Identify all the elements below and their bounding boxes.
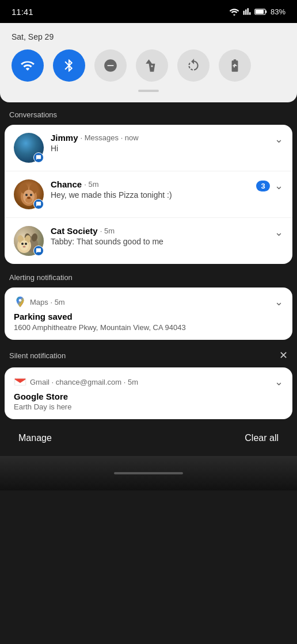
status-time: 11:41 [12,7,33,17]
dnd-toggle[interactable] [94,49,127,82]
svg-point-20 [23,246,26,248]
chance-unread-badge: 3 [256,181,270,191]
manage-button[interactable]: Manage [16,428,54,448]
home-indicator-area [0,456,297,490]
alerting-section-header: Alerting notification [0,265,297,288]
silent-card: Gmail · chance@gmail.com · 5m ⌄ Google S… [5,367,292,419]
jimmy-actions: ⌄ [275,133,283,145]
jimmy-content: Jimmy · Messages · now Hi [51,133,270,153]
conversations-label: Conversations [9,110,57,119]
dnd-icon [103,58,118,73]
battery-saver-toggle[interactable] [219,49,251,82]
gmail-notification-title: Google Store [14,392,283,401]
battery-saver-icon [227,58,242,73]
chance-expand-chevron[interactable]: ⌄ [275,179,283,192]
maps-icon [14,296,26,308]
jimmy-meta: · Messages · now [81,133,139,142]
gmail-notification-body: Earth Day is here [14,402,283,411]
messages-badge-icon-2 [36,201,41,207]
cat-society-meta: · 5m [100,227,115,235]
status-bar: 11:41 83% [0,0,297,23]
alerting-card: Maps · 5m ⌄ Parking saved 1600 Amphithea… [5,288,292,340]
battery-percent: 83% [271,7,285,16]
messages-badge-icon [36,155,41,160]
svg-rect-1 [265,10,266,13]
svg-point-18 [21,243,24,245]
cat-society-expand-chevron[interactable]: ⌄ [275,226,283,239]
silent-close-button[interactable]: ✕ [279,349,288,362]
wifi-toggle[interactable] [12,49,44,82]
svg-point-9 [30,194,32,196]
svg-point-21 [19,299,22,302]
maps-notification-body: 1600 Amphitheatre Pkwy, Mountain View, C… [14,323,283,332]
bluetooth-icon [62,58,77,73]
qs-toggles [12,49,285,82]
cat-society-actions: ⌄ [275,226,283,239]
conversation-jimmy[interactable]: Jimmy · Messages · now Hi ⌄ [5,125,292,171]
jimmy-message: Hi [51,144,270,153]
svg-point-10 [27,197,31,199]
chance-name: Chance [51,179,82,189]
cat-society-content: Cat Society · 5m Tabby: That sounds good… [51,226,270,246]
chance-actions: 3 ⌄ [256,179,283,192]
clear-all-button[interactable]: Clear all [242,428,281,448]
maps-app-row: Maps · 5m [14,296,65,308]
gmail-icon [14,375,26,388]
signal-status-icon [243,7,251,16]
gmail-app-row: Gmail · chance@gmail.com · 5m [14,375,138,388]
silent-label: Silent notification [9,351,66,360]
bottom-bar: Manage Clear all [0,420,297,456]
maps-notification[interactable]: Maps · 5m ⌄ Parking saved 1600 Amphithea… [5,288,292,340]
cat-society-message: Tabby: That sounds good to me [51,237,270,246]
jimmy-header-row: Jimmy · Messages · now [51,133,270,143]
messages-badge-icon-3 [36,248,41,254]
wifi-status-icon [229,7,239,16]
quick-settings-panel: Sat, Sep 29 [0,23,297,102]
flashlight-toggle[interactable] [136,49,168,82]
qs-date: Sat, Sep 29 [12,32,285,41]
qs-drag-handle[interactable] [138,90,159,92]
chance-message: Hey, we made this Pizza tonight :) [51,190,252,200]
flashlight-icon [144,58,159,73]
jimmy-avatar-wrap [14,133,44,163]
conversations-card: Jimmy · Messages · now Hi ⌄ [5,125,292,264]
gmail-notification[interactable]: Gmail · chance@gmail.com · 5m ⌄ Google S… [5,367,292,419]
svg-point-8 [25,194,28,196]
maps-notification-header: Maps · 5m ⌄ [14,296,283,308]
svg-point-17 [20,240,29,251]
conversations-section-header: Conversations [0,102,297,125]
jimmy-app-badge [33,152,44,163]
wifi-icon [20,58,35,73]
conversation-cat-society[interactable]: Cat Society · 5m Tabby: That sounds good… [5,218,292,264]
gmail-expand-chevron[interactable]: ⌄ [275,375,283,388]
rotate-toggle[interactable] [177,49,210,82]
cat-society-name: Cat Society [51,226,98,236]
jimmy-expand-chevron[interactable]: ⌄ [275,133,283,145]
svg-rect-2 [256,9,264,13]
maps-expand-chevron[interactable]: ⌄ [275,296,283,308]
maps-app-name: Maps · 5m [30,298,65,306]
chance-app-badge [33,199,44,209]
chance-header-row: Chance · 5m [51,179,252,189]
alerting-label: Alerting notification [9,273,73,282]
conversation-chance[interactable]: Chance · 5m Hey, we made this Pizza toni… [5,171,292,218]
cat-society-header-row: Cat Society · 5m [51,226,270,236]
gmail-app-meta: Gmail · chance@gmail.com · 5m [30,378,138,386]
jimmy-name: Jimmy [51,133,78,143]
rotate-icon [186,58,201,73]
gmail-notification-header: Gmail · chance@gmail.com · 5m ⌄ [14,375,283,388]
silent-section-header: Silent notification ✕ [0,341,297,367]
svg-point-19 [25,243,27,245]
chance-avatar-wrap [14,179,44,209]
maps-notification-title: Parking saved [14,312,283,321]
battery-status-icon [254,8,267,16]
home-indicator[interactable] [114,472,183,474]
status-icons: 83% [229,7,285,16]
cat-app-badge [33,246,44,256]
cat-avatar-wrap [14,226,44,256]
chance-content: Chance · 5m Hey, we made this Pizza toni… [51,179,252,200]
bluetooth-toggle[interactable] [53,49,85,82]
chance-meta: · 5m [84,180,98,189]
